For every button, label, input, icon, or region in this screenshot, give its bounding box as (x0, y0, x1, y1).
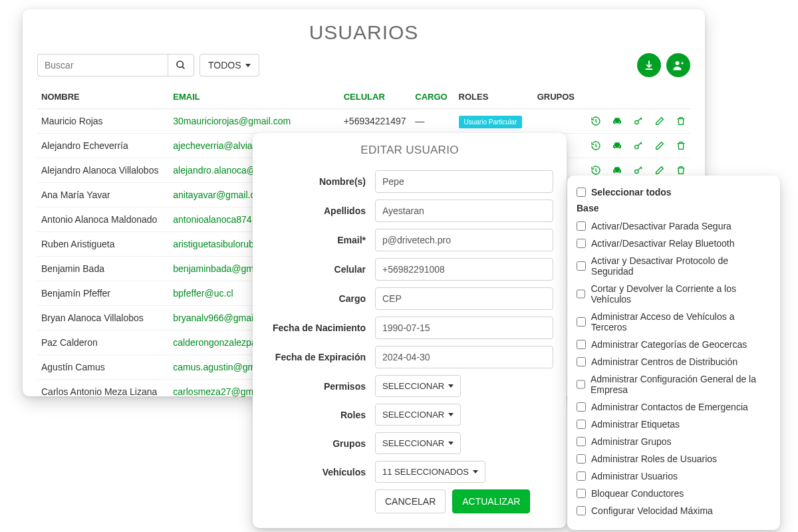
permission-label: Configurar Velocidad Máxima (591, 505, 713, 516)
dropdown-permisos[interactable]: SELECCIONAR (375, 375, 461, 397)
permission-checkbox[interactable] (577, 489, 586, 498)
email-link[interactable]: bryanalv966@gmail.c (173, 313, 263, 323)
email-link[interactable]: 30mauriciorojas@gmail.com (173, 116, 291, 126)
filter-dropdown[interactable]: TODOS (200, 54, 259, 76)
car-icon[interactable] (612, 140, 622, 151)
email-link[interactable]: camus.agustin@gma (173, 362, 261, 372)
cancel-button[interactable]: CANCELAR (375, 489, 446, 513)
col-nombre[interactable]: NOMBRE (37, 86, 169, 109)
permission-checkbox[interactable] (577, 261, 586, 271)
dropdown-roles[interactable]: SELECCIONAR (375, 404, 461, 426)
permission-checkbox[interactable] (577, 402, 586, 412)
key-icon[interactable] (633, 165, 644, 176)
trash-icon[interactable] (676, 165, 686, 176)
permission-item: Administrar Usuarios (577, 467, 771, 485)
svg-point-3 (635, 120, 638, 124)
input-nacimiento[interactable] (375, 317, 553, 339)
svg-point-2 (676, 61, 680, 65)
car-icon[interactable] (612, 116, 622, 126)
email-link[interactable]: calderongonzalezpaz (173, 337, 261, 348)
search-icon (176, 60, 186, 70)
cell-nombre: Mauricio Rojas (37, 109, 169, 134)
permission-item: Configurar Velocidad Máxima (577, 502, 771, 519)
permission-label: Activar/Desactivar Parada Segura (591, 221, 732, 231)
label-permisos: Permisos (266, 381, 366, 392)
car-icon[interactable] (612, 165, 622, 176)
email-link[interactable]: alejandro.alanoca@g (173, 165, 261, 176)
permission-checkbox[interactable] (577, 437, 586, 446)
save-button[interactable]: ACTUALIZAR (452, 489, 530, 513)
edit-icon[interactable] (654, 116, 665, 126)
add-user-button[interactable] (666, 53, 690, 77)
select-all-checkbox[interactable] (577, 188, 586, 197)
cell-nombre: Ruben Aristigueta (37, 232, 169, 257)
email-link[interactable]: anitayavar@gmail.co (173, 190, 260, 200)
label-roles: Roles (266, 410, 366, 420)
download-button[interactable] (637, 53, 661, 77)
permission-label: Activar/Desactivar Relay Bluetooth (591, 238, 735, 249)
perm-group-label: Base (577, 201, 771, 217)
permission-item: Administrar Grupos (577, 433, 771, 450)
col-celular[interactable]: CELULAR (340, 86, 412, 109)
input-apellidos[interactable] (375, 200, 553, 222)
label-grupos: Grupos (266, 438, 366, 449)
edit-icon[interactable] (654, 165, 665, 176)
email-link[interactable]: aristiguetasibulorube (173, 239, 259, 249)
cell-nombre: Alejandro Alanoca Villalobos (37, 158, 169, 183)
permission-item: Cortar y Devolver la Corriente a los Veh… (577, 280, 771, 308)
trash-icon[interactable] (676, 116, 686, 126)
trash-icon[interactable] (676, 140, 686, 151)
history-icon[interactable] (591, 165, 601, 176)
svg-point-0 (177, 61, 183, 67)
email-link[interactable]: antonioalanoca874@ (173, 214, 261, 225)
col-email[interactable]: EMAIL (169, 86, 339, 109)
row-actions (583, 165, 686, 176)
email-link[interactable]: bpfeffer@uc.cl (173, 288, 233, 299)
input-celular[interactable] (375, 258, 553, 281)
col-cargo[interactable]: CARGO (411, 86, 454, 109)
permission-checkbox[interactable] (577, 357, 586, 366)
permission-item: Administrar Etiquetas (577, 416, 771, 433)
role-badge: Usuario Particular (459, 116, 522, 128)
cell-nombre: Bryan Alanoca Villalobos (37, 306, 169, 331)
search-button[interactable] (168, 54, 194, 76)
dropdown-grupos[interactable]: SELECCIONAR (375, 432, 461, 454)
permission-checkbox[interactable] (577, 420, 586, 429)
permission-checkbox[interactable] (577, 317, 586, 327)
edit-user-modal: EDITAR USUARIO Nombre(s) Apellidos Email… (253, 133, 567, 528)
permission-checkbox[interactable] (577, 289, 585, 299)
key-icon[interactable] (633, 140, 644, 151)
svg-line-1 (182, 66, 184, 68)
permission-checkbox[interactable] (577, 221, 586, 231)
search-input[interactable] (37, 54, 168, 76)
cell-nombre: Carlos Antonio Meza Lizana (37, 380, 169, 404)
input-nombres[interactable] (375, 170, 553, 193)
permission-label: Administrar Contactos de Emergencia (591, 402, 748, 412)
svg-point-4 (635, 145, 638, 148)
permissions-panel: Seleccionar todos Base Activar/Desactiva… (567, 176, 780, 530)
dropdown-vehiculos[interactable]: 11 SELECCIONADOS (375, 461, 485, 483)
permission-checkbox[interactable] (577, 454, 586, 464)
col-grupos[interactable]: GRUPOS (533, 86, 579, 109)
svg-point-5 (635, 170, 638, 173)
permission-checkbox[interactable] (577, 239, 586, 248)
email-link[interactable]: ajecheverria@alvial.c (173, 140, 261, 151)
history-icon[interactable] (591, 140, 601, 151)
permission-checkbox[interactable] (577, 506, 586, 515)
email-link[interactable]: benjaminbada@gma (173, 263, 259, 274)
key-icon[interactable] (633, 116, 644, 126)
input-email[interactable] (375, 229, 553, 251)
toolbar: TODOS (37, 53, 690, 77)
col-roles[interactable]: ROLES (455, 86, 533, 109)
permission-label: Administrar Usuarios (591, 471, 678, 481)
input-cargo[interactable] (375, 287, 553, 310)
permission-checkbox[interactable] (577, 471, 586, 481)
edit-icon[interactable] (654, 140, 665, 151)
history-icon[interactable] (591, 116, 601, 126)
permission-checkbox[interactable] (577, 380, 585, 389)
label-expiracion: Fecha de Expiración (266, 352, 366, 362)
modal-title: EDITAR USUARIO (266, 144, 553, 157)
input-expiracion[interactable] (375, 346, 553, 368)
permission-checkbox[interactable] (577, 340, 586, 349)
email-link[interactable]: carlosmeza27@gmai (173, 386, 261, 397)
